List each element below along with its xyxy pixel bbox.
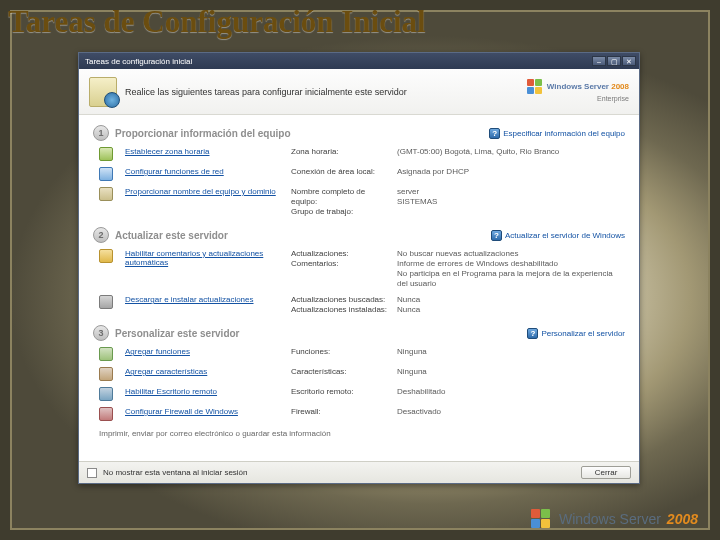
section-number-icon: 2 xyxy=(93,227,109,243)
help-icon: ? xyxy=(527,328,538,339)
banner-text: Realice las siguientes tareas para confi… xyxy=(125,87,519,97)
section-number-icon: 1 xyxy=(93,125,109,141)
row-icon xyxy=(99,295,113,309)
task-value: Ninguna xyxy=(397,367,625,377)
task-value: Deshabilitado xyxy=(397,387,625,397)
task-label: Conexión de área local: xyxy=(291,167,391,177)
task-link[interactable]: Agregar funciones xyxy=(125,347,285,356)
row-icon xyxy=(99,147,113,161)
banner: Realice las siguientes tareas para confi… xyxy=(79,69,639,115)
section-title: Proporcionar información del equipo xyxy=(115,128,483,139)
task-label: Funciones: xyxy=(291,347,391,357)
help-icon: ? xyxy=(491,230,502,241)
task-link[interactable]: Habilitar Escritorio remoto xyxy=(125,387,285,396)
section-help-link[interactable]: ?Actualizar el servidor de Windows xyxy=(491,230,625,241)
row-icon xyxy=(99,387,113,401)
server-config-icon xyxy=(89,77,117,107)
minimize-button[interactable]: – xyxy=(592,56,606,66)
task-link[interactable]: Configurar Firewall de Windows xyxy=(125,407,285,416)
section-help-link[interactable]: ?Especificar información del equipo xyxy=(489,128,625,139)
config-row: Configurar Firewall de Windows Firewall:… xyxy=(93,405,625,425)
task-value: (GMT-05:00) Bogotá, Lima, Quito, Rio Bra… xyxy=(397,147,625,157)
task-label: Actualizaciones:Comentarios: xyxy=(291,249,391,269)
task-link[interactable]: Configurar funciones de red xyxy=(125,167,285,176)
dont-show-checkbox[interactable] xyxy=(87,468,97,478)
window-title: Tareas de configuración inicial xyxy=(82,57,592,66)
task-label: Escritorio remoto: xyxy=(291,387,391,397)
slide-brand-footer: Windows Server2008 xyxy=(531,509,698,528)
config-row: Agregar funciones Funciones: Ninguna xyxy=(93,345,625,365)
windows-flag-icon xyxy=(527,79,542,94)
task-link[interactable]: Agregar características xyxy=(125,367,285,376)
config-row: Establecer zona horaria Zona horaria: (G… xyxy=(93,145,625,165)
product-brand: Windows Server 2008 Enterprise xyxy=(527,79,629,103)
section-help-link[interactable]: ?Personalizar el servidor xyxy=(527,328,625,339)
windows-flag-icon xyxy=(531,509,550,528)
task-link[interactable]: Habilitar comentarios y actualizaciones … xyxy=(125,249,285,267)
section-title: Personalizar este servidor xyxy=(115,328,521,339)
config-row: Agregar características Características:… xyxy=(93,365,625,385)
row-icon xyxy=(99,407,113,421)
close-button[interactable]: ✕ xyxy=(622,56,636,66)
slide-title: Tareas de Configuración Inicial xyxy=(8,4,426,40)
config-row: Proporcionar nombre del equipo y dominio… xyxy=(93,185,625,221)
task-label: Características: xyxy=(291,367,391,377)
row-icon xyxy=(99,167,113,181)
task-value: Desactivado xyxy=(397,407,625,417)
task-label: Nombre completo de equipo:Grupo de traba… xyxy=(291,187,391,217)
footer-bar: No mostrar esta ventana al iniciar sesió… xyxy=(79,461,639,483)
task-label: Actualizaciones buscadas:Actualizaciones… xyxy=(291,295,391,315)
row-icon xyxy=(99,347,113,361)
section-header: 3 Personalizar este servidor ?Personaliz… xyxy=(93,325,625,341)
task-link[interactable]: Descargar e instalar actualizaciones xyxy=(125,295,285,304)
task-label: Firewall: xyxy=(291,407,391,417)
task-label: Zona horaria: xyxy=(291,147,391,157)
task-link[interactable]: Proporcionar nombre del equipo y dominio xyxy=(125,187,285,196)
content-area: 1 Proporcionar información del equipo ?E… xyxy=(79,115,639,461)
config-row: Habilitar Escritorio remoto Escritorio r… xyxy=(93,385,625,405)
section-number-icon: 3 xyxy=(93,325,109,341)
config-row: Configurar funciones de red Conexión de … xyxy=(93,165,625,185)
row-icon xyxy=(99,249,113,263)
section-title: Actualizar este servidor xyxy=(115,230,485,241)
task-link[interactable]: Establecer zona horaria xyxy=(125,147,285,156)
titlebar[interactable]: Tareas de configuración inicial – ▢ ✕ xyxy=(79,53,639,69)
task-value: serverSISTEMAS xyxy=(397,187,625,207)
row-icon xyxy=(99,367,113,381)
close-footer-button[interactable]: Cerrar xyxy=(581,466,631,479)
config-row: Descargar e instalar actualizaciones Act… xyxy=(93,293,625,319)
task-value: Asignada por DHCP xyxy=(397,167,625,177)
dont-show-label: No mostrar esta ventana al iniciar sesió… xyxy=(103,468,248,477)
task-value: No buscar nuevas actualizacionesInforme … xyxy=(397,249,625,289)
help-icon: ? xyxy=(489,128,500,139)
config-window: Tareas de configuración inicial – ▢ ✕ Re… xyxy=(78,52,640,484)
config-row: Habilitar comentarios y actualizaciones … xyxy=(93,247,625,293)
section-header: 1 Proporcionar información del equipo ?E… xyxy=(93,125,625,141)
print-hint[interactable]: Imprimir, enviar por correo electrónico … xyxy=(93,425,625,438)
maximize-button[interactable]: ▢ xyxy=(607,56,621,66)
row-icon xyxy=(99,187,113,201)
section-header: 2 Actualizar este servidor ?Actualizar e… xyxy=(93,227,625,243)
task-value: NuncaNunca xyxy=(397,295,625,315)
task-value: Ninguna xyxy=(397,347,625,357)
